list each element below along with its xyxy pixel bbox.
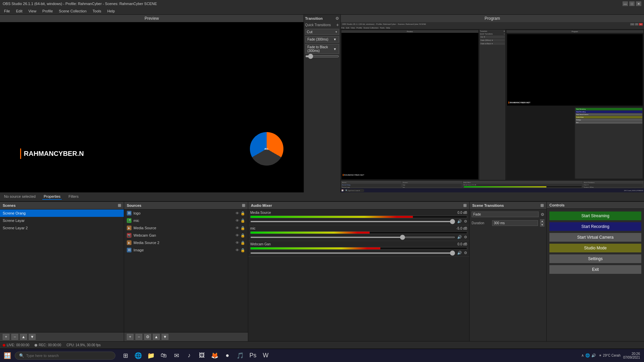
sources-panel-icon[interactable]: ⊞ <box>242 203 245 208</box>
source-item-media[interactable]: ▶ Media Source 👁 🔒 <box>124 224 248 232</box>
source-item-webcam[interactable]: 📷 Webcam Gan 👁 🔒 <box>124 232 248 239</box>
scene-up-button[interactable]: ▲ <box>20 334 27 340</box>
start-button[interactable]: 🪟 <box>1 350 13 362</box>
studio-mode-button[interactable]: Studio Mode <box>549 244 641 252</box>
taskbar-app-edge[interactable]: 🌐 <box>132 350 144 362</box>
source-eye-mic[interactable]: 👁 <box>235 219 239 223</box>
network-icon[interactable]: 🌐 <box>585 353 590 358</box>
source-eye-image[interactable]: 👁 <box>235 248 239 252</box>
source-lock-webcam[interactable]: 🔒 <box>240 233 245 238</box>
source-eye-webcam[interactable]: 👁 <box>235 233 239 238</box>
controls-header: Controls <box>547 202 644 209</box>
preview-canvas[interactable]: RAHMANCYBER.N RC <box>0 22 304 192</box>
transition-gear-button[interactable]: ⚙ <box>335 16 339 21</box>
fade-to-black-button[interactable]: Fade to Black (300ms) ▼ <box>305 44 339 54</box>
quick-transitions-add-button[interactable]: + <box>336 22 339 27</box>
properties-tab[interactable]: Properties <box>42 194 62 200</box>
cut-select[interactable]: Cut <box>305 29 339 35</box>
start-virtual-camera-button[interactable]: Start Virtual Camera <box>549 233 641 242</box>
menu-tools[interactable]: Tools <box>90 8 104 14</box>
transition-slider[interactable] <box>305 55 339 57</box>
audio-mute-mic[interactable]: 🔊 <box>457 235 462 239</box>
filters-tab[interactable]: Filters <box>67 194 80 200</box>
st-spinner-down[interactable]: ▼ <box>540 223 544 227</box>
taskbar: 🪟 🔍 ⊞ 🌐 📁 🛍 ✉ ♪ 🖼 🦊 ● 🎵 Ps W ∧ 🌐 🔊 ☀ 29°… <box>0 349 644 362</box>
st-fade-select[interactable]: Fade Cut Fade to Black <box>472 212 539 217</box>
source-remove-button[interactable]: − <box>136 334 142 340</box>
taskbar-app-music[interactable]: ♪ <box>183 350 195 362</box>
status-no-source: No source selected <box>3 194 37 200</box>
taskbar-app-word[interactable]: W <box>260 350 272 362</box>
menu-scene-collection[interactable]: Scene Collection <box>56 8 90 14</box>
source-item-image[interactable]: 🖼 Image 👁 🔒 <box>124 246 248 254</box>
taskbar-app-firefox[interactable]: 🦊 <box>209 350 221 362</box>
taskbar-app-store[interactable]: 🛍 <box>158 350 170 362</box>
audio-settings-mic[interactable]: ⚙ <box>464 235 467 239</box>
source-lock-logo[interactable]: 🔒 <box>240 211 245 216</box>
scene-item-1[interactable]: Screne Orang <box>0 209 124 217</box>
source-eye-media2[interactable]: 👁 <box>235 241 239 245</box>
scene-remove-button[interactable]: − <box>11 334 18 340</box>
fade-button[interactable]: Fade (300ms) ▼ <box>305 36 339 43</box>
source-lock-image[interactable]: 🔒 <box>240 248 245 252</box>
menu-profile[interactable]: Profile <box>40 8 55 14</box>
taskbar-app-chrome[interactable]: ● <box>221 350 233 362</box>
st-spinner-up[interactable]: ▲ <box>540 219 544 223</box>
minimize-button[interactable]: — <box>623 1 628 6</box>
menu-help[interactable]: Help <box>105 8 118 14</box>
st-duration-input[interactable]: 300 ms <box>492 220 538 226</box>
taskbar-app-spotify[interactable]: 🎵 <box>234 350 246 362</box>
audio-mute-media[interactable]: 🔊 <box>457 219 462 224</box>
taskbar-app-explorer[interactable]: 📁 <box>145 350 157 362</box>
source-settings-button[interactable]: ⚙ <box>144 334 151 340</box>
close-button[interactable]: ✕ <box>636 1 641 6</box>
menu-view[interactable]: View <box>26 8 39 14</box>
maximize-button[interactable]: □ <box>629 1 635 6</box>
source-down-button[interactable]: ▼ <box>162 334 168 340</box>
source-eye-media[interactable]: 👁 <box>235 226 239 230</box>
exit-button[interactable]: Exit <box>549 265 641 274</box>
source-up-button[interactable]: ▲ <box>153 334 160 340</box>
taskbar-app-taskview[interactable]: ⊞ <box>119 350 131 362</box>
source-name-media: Media Source <box>133 226 156 230</box>
audio-slider-webcam[interactable] <box>250 252 455 254</box>
audio-slider-mic[interactable] <box>250 237 455 238</box>
audio-slider-media[interactable] <box>250 221 455 222</box>
chevron-up-icon[interactable]: ∧ <box>581 353 584 358</box>
source-lock-media2[interactable]: 🔒 <box>240 241 245 245</box>
audio-mute-webcam[interactable]: 🔊 <box>457 251 462 255</box>
source-controls-media: 👁 🔒 <box>235 226 245 230</box>
search-input[interactable] <box>26 354 100 358</box>
scenes-panel-icon[interactable]: ⊞ <box>118 203 121 208</box>
program-canvas[interactable]: OBS Studio 26.1.1 (64-bit, windows) - Pr… <box>341 22 644 192</box>
settings-button[interactable]: Settings <box>549 254 641 263</box>
source-item-mic[interactable]: 🎤 mic 👁 🔒 <box>124 217 248 224</box>
scene-down-button[interactable]: ▼ <box>29 334 36 340</box>
taskbar-app-mail[interactable]: ✉ <box>170 350 182 362</box>
taskbar-search-bar[interactable]: 🔍 <box>15 352 115 360</box>
taskbar-app-photoshop[interactable]: Ps <box>247 350 259 362</box>
volume-icon[interactable]: 🔊 <box>591 353 596 358</box>
start-streaming-button[interactable]: Start Streaming <box>549 212 641 220</box>
source-lock-mic[interactable]: 🔒 <box>240 219 245 223</box>
st-gear-button[interactable]: ⚙ <box>541 212 544 217</box>
menu-file[interactable]: File <box>1 8 13 14</box>
audio-track-media: Media Source 0.0 dB 🔊 ⚙ <box>248 209 469 225</box>
scene-add-button[interactable]: + <box>3 334 9 340</box>
source-item-media2[interactable]: ▶ Media Source 2 👁 🔒 <box>124 239 248 246</box>
audio-settings-webcam[interactable]: ⚙ <box>464 251 467 255</box>
audio-settings-media[interactable]: ⚙ <box>464 219 467 224</box>
transition-title: Transition <box>305 16 323 20</box>
source-lock-media[interactable]: 🔒 <box>240 226 245 230</box>
taskbar-app-photos[interactable]: 🖼 <box>196 350 208 362</box>
menu-edit[interactable]: Edit <box>13 8 25 14</box>
source-eye-logo[interactable]: 👁 <box>235 211 239 216</box>
source-item-logo[interactable]: 🖼 logo 👁 🔒 <box>124 209 248 217</box>
scene-item-2[interactable]: Screne Layar <box>0 217 124 224</box>
scene-transitions-icon[interactable]: ⊞ <box>540 203 544 208</box>
start-recording-button[interactable]: Start Recording <box>549 222 641 231</box>
status-cpu: CPU: 14.9%, 30.00 fps <box>66 343 101 347</box>
scene-item-3[interactable]: Screne Layar 2 <box>0 224 124 232</box>
source-add-button[interactable]: + <box>127 334 133 340</box>
audio-mixer-icon[interactable]: ⊞ <box>463 203 467 208</box>
